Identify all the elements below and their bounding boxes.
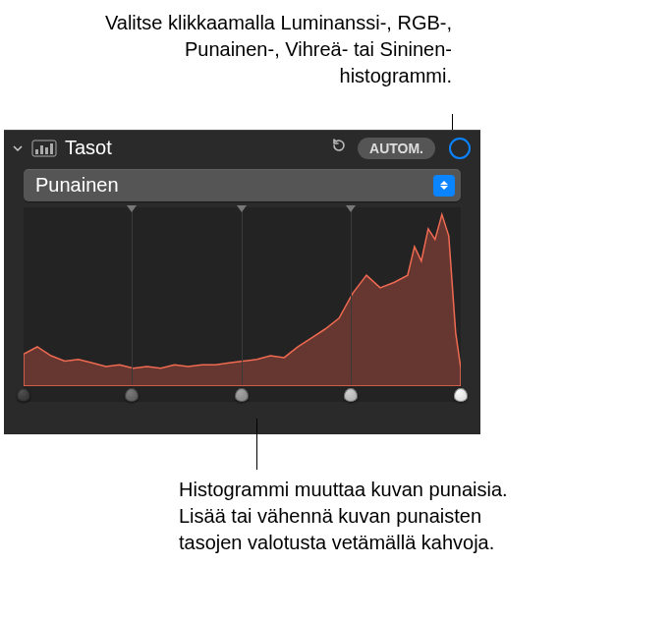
svg-rect-3 xyxy=(45,147,48,154)
level-handle[interactable] xyxy=(17,388,30,402)
svg-rect-4 xyxy=(50,143,53,154)
level-handle[interactable] xyxy=(454,388,468,402)
callout-top: Valitse klikkaamalla Luminanssi-, RGB-, … xyxy=(79,10,452,89)
chevron-down-icon[interactable] xyxy=(10,141,26,156)
histogram[interactable] xyxy=(24,207,461,402)
enable-toggle[interactable] xyxy=(449,138,471,159)
level-handle[interactable] xyxy=(344,388,358,402)
level-handle[interactable] xyxy=(235,388,249,402)
grid-line xyxy=(242,207,243,384)
reset-icon[interactable] xyxy=(330,137,348,159)
levels-icon xyxy=(31,139,57,158)
leader-line xyxy=(256,419,257,470)
panel-title: Tasot xyxy=(65,137,324,159)
auto-button[interactable]: AUTOM. xyxy=(358,138,435,159)
top-marker[interactable] xyxy=(237,205,247,212)
top-marker[interactable] xyxy=(127,205,137,212)
channel-dropdown[interactable]: Punainen xyxy=(24,169,461,201)
svg-rect-2 xyxy=(40,145,43,154)
updown-icon xyxy=(433,175,455,197)
top-marker[interactable] xyxy=(346,205,356,212)
svg-rect-1 xyxy=(35,149,38,154)
grid-line xyxy=(132,207,133,384)
level-handle[interactable] xyxy=(125,388,139,402)
callout-bottom: Histogrammi muuttaa kuvan punaisia. Lisä… xyxy=(179,477,513,556)
panel-header: Tasot AUTOM. xyxy=(4,131,480,165)
levels-panel: Tasot AUTOM. Punainen xyxy=(4,130,480,434)
grid-line xyxy=(351,207,352,384)
dropdown-selected-label: Punainen xyxy=(35,174,433,197)
